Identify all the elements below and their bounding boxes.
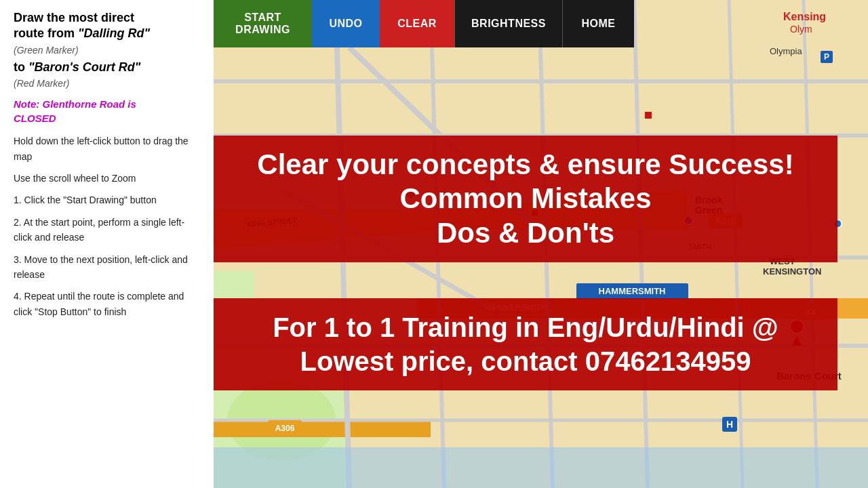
clear-button[interactable]: CLEAR (380, 0, 454, 47)
svg-text:Kensing: Kensing (783, 11, 826, 22)
title-line2: route from (14, 26, 78, 40)
from-marker: (Green Marker) (14, 45, 200, 56)
banner-top: Clear your concepts & ensure Success! Co… (214, 136, 837, 262)
banner-top-line3: Dos & Don'ts (234, 216, 817, 250)
to-marker: (Red Marker) (14, 78, 200, 89)
banner-bottom-line1: For 1 to 1 Training in Eng/Urdu/Hindi @ (234, 310, 817, 344)
banner-top-line1: Clear your concepts & ensure Success! (234, 148, 817, 182)
svg-text:KENSINGTON: KENSINGTON (763, 266, 821, 277)
banner-top-line2: Common Mistakes (234, 182, 817, 216)
banner-bottom: For 1 to 1 Training in Eng/Urdu/Hindi @ … (214, 298, 837, 390)
instruction6: 4. Repeat until the route is complete an… (14, 289, 200, 319)
title-line1: Draw the most direct (14, 11, 134, 24)
to-location: "Baron's Court Rd" (28, 60, 140, 74)
svg-text:Olympia: Olympia (770, 46, 802, 56)
svg-rect-51 (645, 112, 652, 119)
svg-text:HAMMERSMITH: HAMMERSMITH (599, 286, 666, 296)
svg-text:Olym: Olym (790, 24, 812, 35)
left-panel: Draw the most direct route from "Dalling… (0, 0, 214, 488)
start-drawing-button[interactable]: START DRAWING (214, 0, 312, 47)
brightness-button[interactable]: BRIGHTNESS (454, 0, 563, 47)
banner-bottom-line2: Lowest price, contact 07462134959 (234, 344, 817, 378)
instruction3: 1. Click the "Start Drawing" button (14, 192, 200, 207)
home-button[interactable]: HOME (563, 0, 634, 47)
instruction2: Use the scroll wheel to Zoom (14, 171, 200, 186)
svg-text:A306: A306 (275, 424, 295, 433)
undo-button[interactable]: UNDO (312, 0, 380, 47)
svg-rect-8 (214, 420, 431, 437)
svg-text:P: P (824, 52, 829, 62)
instructions-body: Hold down the left-click button to drag … (14, 134, 200, 319)
from-location: "Dalling Rd" (78, 26, 150, 40)
instruction1: Hold down the left-click button to drag … (14, 134, 200, 164)
instruction-title: Draw the most direct route from "Dalling… (14, 10, 200, 42)
note-closed: Note: Glenthorne Road is CLOSED (14, 97, 200, 125)
svg-rect-22 (214, 447, 868, 488)
to-label: to "Baron's Court Rd" (14, 60, 200, 75)
svg-text:H: H (726, 419, 733, 430)
instruction4: 2. At the start point, perform a single … (14, 215, 200, 245)
instruction5: 3. Move to the next position, left-click… (14, 252, 200, 283)
toolbar: START DRAWING UNDO CLEAR BRIGHTNESS HOME (214, 0, 634, 47)
